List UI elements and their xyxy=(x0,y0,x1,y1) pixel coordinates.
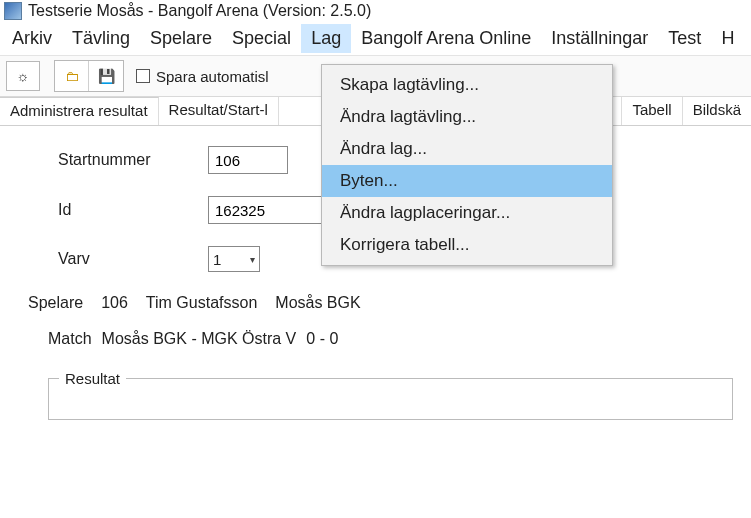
startnummer-label: Startnummer xyxy=(58,151,208,169)
player-club: Mosås BGK xyxy=(275,294,360,312)
player-name: Tim Gustafsson xyxy=(146,294,257,312)
dd-byten[interactable]: Byten... xyxy=(322,165,612,197)
dd-andra-lag[interactable]: Ändra lag... xyxy=(322,133,612,165)
title-bar: Testserie Mosås - Bangolf Arena (Version… xyxy=(0,0,751,22)
player-label: Spelare xyxy=(28,294,83,312)
tab-tabell[interactable]: Tabell xyxy=(621,97,681,125)
chevron-down-icon: ▾ xyxy=(250,254,255,265)
varv-select[interactable]: 1 ▾ xyxy=(208,246,260,272)
autosave-checkbox-wrap[interactable]: Spara automatisl xyxy=(136,68,269,85)
tool-sun-icon[interactable]: ☼ xyxy=(6,61,40,91)
tab-resultat-start[interactable]: Resultat/Start-l xyxy=(159,97,279,125)
lag-dropdown: Skapa lagtävling... Ändra lagtävling... … xyxy=(321,64,613,266)
dd-skapa-lagtavling[interactable]: Skapa lagtävling... xyxy=(322,69,612,101)
window-title: Testserie Mosås - Bangolf Arena (Version… xyxy=(28,2,371,20)
autosave-label: Spara automatisl xyxy=(156,68,269,85)
result-fieldset: Resultat xyxy=(48,378,733,420)
menu-lag[interactable]: Lag xyxy=(301,24,351,53)
result-title: Resultat xyxy=(59,370,126,387)
player-number: 106 xyxy=(101,294,128,312)
menu-arkiv[interactable]: Arkiv xyxy=(2,24,62,53)
menu-spelare[interactable]: Spelare xyxy=(140,24,222,53)
tab-bildska[interactable]: Bildskä xyxy=(682,97,751,125)
menu-h[interactable]: H xyxy=(711,24,744,53)
tab-administrera[interactable]: Administrera resultat xyxy=(0,97,159,125)
varv-label: Varv xyxy=(58,250,208,268)
app-icon xyxy=(4,2,22,20)
dd-andra-lagtavling[interactable]: Ändra lagtävling... xyxy=(322,101,612,133)
match-label: Match xyxy=(48,330,92,348)
tool-save-icon[interactable]: 💾 xyxy=(89,61,123,91)
match-score: 0 - 0 xyxy=(306,330,338,348)
menu-special[interactable]: Special xyxy=(222,24,301,53)
menu-online[interactable]: Bangolf Arena Online xyxy=(351,24,541,53)
dd-andra-lagplaceringar[interactable]: Ändra lagplaceringar... xyxy=(322,197,612,229)
varv-value: 1 xyxy=(213,251,221,268)
player-row: Spelare 106 Tim Gustafsson Mosås BGK xyxy=(28,294,733,312)
match-row: Match Mosås BGK - MGK Östra V 0 - 0 xyxy=(48,330,733,348)
tool-group: 🗀 💾 xyxy=(54,60,124,92)
startnummer-input[interactable] xyxy=(208,146,288,174)
tool-open-icon[interactable]: 🗀 xyxy=(55,61,89,91)
menu-test[interactable]: Test xyxy=(658,24,711,53)
menu-installningar[interactable]: Inställningar xyxy=(541,24,658,53)
match-teams: Mosås BGK - MGK Östra V xyxy=(102,330,297,348)
id-label: Id xyxy=(58,201,208,219)
dd-korrigera-tabell[interactable]: Korrigera tabell... xyxy=(322,229,612,261)
menu-bar: Arkiv Tävling Spelare Special Lag Bangol… xyxy=(0,22,751,56)
menu-tavling[interactable]: Tävling xyxy=(62,24,140,53)
checkbox-icon[interactable] xyxy=(136,69,150,83)
